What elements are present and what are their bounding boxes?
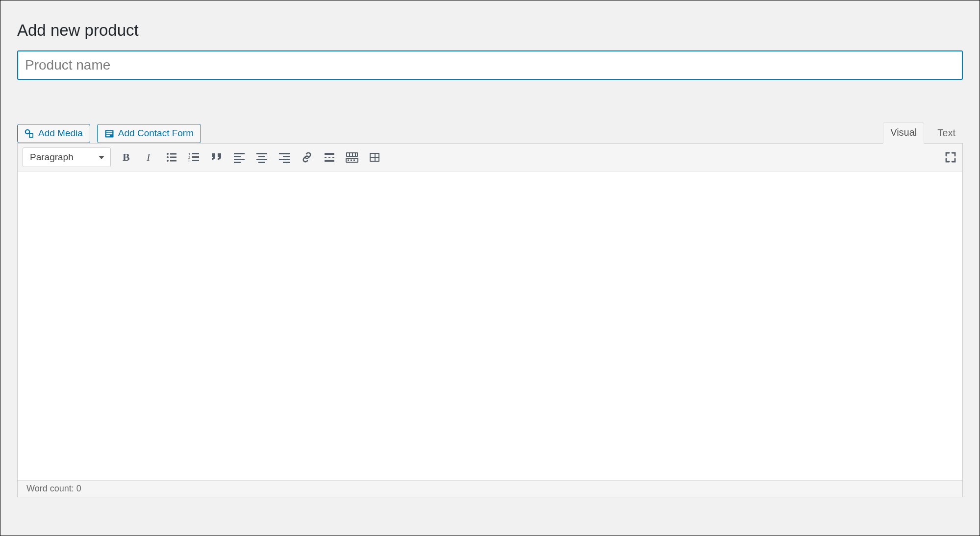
read-more-button[interactable] — [323, 150, 336, 164]
svg-rect-36 — [332, 157, 334, 158]
editor-statusbar: Word count: 0 — [18, 480, 962, 497]
svg-rect-22 — [234, 156, 241, 157]
svg-rect-44 — [348, 160, 349, 161]
align-right-button[interactable] — [277, 150, 291, 164]
add-contact-form-label: Add Contact Form — [118, 128, 194, 139]
svg-rect-51 — [376, 158, 378, 161]
svg-rect-24 — [234, 162, 241, 163]
media-note-icon — [25, 129, 34, 139]
svg-point-13 — [167, 160, 169, 162]
svg-rect-26 — [258, 156, 265, 157]
add-media-button[interactable]: Add Media — [17, 124, 90, 143]
svg-rect-49 — [376, 154, 378, 157]
svg-rect-20 — [192, 160, 199, 161]
svg-rect-28 — [258, 162, 265, 163]
fullscreen-button[interactable] — [944, 150, 957, 164]
editor-content[interactable] — [18, 171, 962, 480]
svg-text:I: I — [146, 151, 151, 163]
svg-rect-48 — [371, 154, 375, 157]
format-select-label: Paragraph — [30, 152, 74, 163]
caret-down-icon — [99, 156, 104, 159]
italic-button[interactable]: I — [142, 150, 156, 164]
svg-rect-42 — [356, 153, 357, 156]
svg-text:B: B — [123, 151, 130, 163]
svg-rect-14 — [170, 160, 176, 162]
editor-toolbar: Paragraph B I 123 — [18, 144, 962, 171]
svg-rect-35 — [328, 157, 330, 158]
svg-rect-50 — [371, 158, 375, 161]
svg-rect-34 — [325, 157, 327, 158]
word-count-label: Word count: 0 — [26, 484, 81, 493]
blockquote-button[interactable] — [210, 150, 224, 164]
tab-visual[interactable]: Visual — [883, 122, 924, 144]
add-contact-form-button[interactable]: Add Contact Form — [97, 124, 201, 143]
form-icon — [104, 129, 114, 139]
svg-rect-27 — [256, 159, 267, 160]
svg-rect-4 — [106, 131, 112, 132]
add-media-label: Add Media — [38, 128, 83, 139]
svg-rect-32 — [283, 162, 290, 163]
align-left-button[interactable] — [232, 150, 246, 164]
toolbar-toggle-button[interactable] — [345, 150, 359, 164]
svg-rect-31 — [279, 159, 290, 160]
align-center-button[interactable] — [255, 150, 269, 164]
bold-button[interactable]: B — [120, 150, 133, 164]
svg-point-9 — [167, 153, 169, 155]
svg-rect-2 — [30, 134, 32, 136]
link-button[interactable] — [300, 150, 314, 164]
page-title: Add new product — [17, 14, 963, 40]
svg-rect-18 — [192, 156, 199, 158]
svg-rect-23 — [234, 159, 245, 160]
svg-rect-30 — [283, 156, 290, 157]
svg-rect-10 — [170, 153, 176, 155]
svg-rect-12 — [170, 157, 176, 158]
svg-rect-46 — [353, 160, 355, 161]
svg-rect-29 — [279, 153, 290, 154]
editor-container: Paragraph B I 123 — [17, 143, 963, 497]
format-select[interactable]: Paragraph — [23, 147, 111, 167]
table-button[interactable] — [368, 150, 381, 164]
tab-text[interactable]: Text — [930, 123, 963, 144]
svg-rect-33 — [325, 153, 334, 155]
product-name-input[interactable] — [17, 50, 963, 80]
svg-rect-39 — [347, 153, 349, 156]
svg-rect-6 — [106, 135, 110, 136]
svg-rect-16 — [192, 153, 199, 154]
svg-rect-5 — [106, 133, 112, 134]
svg-rect-37 — [325, 160, 334, 162]
svg-rect-40 — [350, 153, 352, 156]
svg-point-0 — [25, 129, 29, 133]
svg-rect-41 — [353, 153, 355, 156]
numbered-list-button[interactable]: 123 — [187, 150, 201, 164]
svg-rect-45 — [351, 160, 352, 161]
svg-rect-25 — [256, 153, 267, 154]
svg-point-11 — [167, 156, 169, 158]
svg-rect-21 — [234, 153, 245, 154]
bullet-list-button[interactable] — [165, 150, 178, 164]
editor-tabs: Visual Text — [883, 122, 963, 144]
svg-text:3: 3 — [188, 159, 191, 163]
